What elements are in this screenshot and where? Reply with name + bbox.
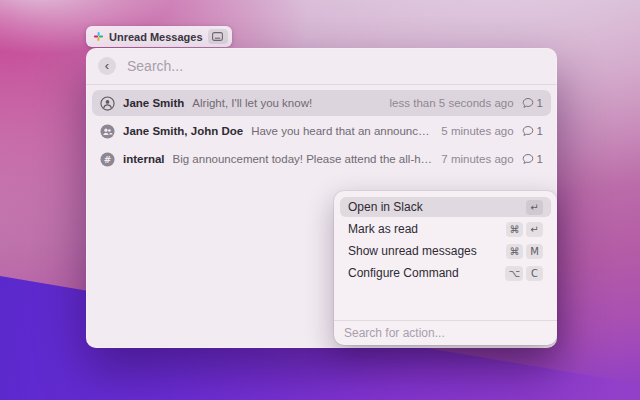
message-count-value: 1 <box>537 125 543 137</box>
menu-item-mark-as-read[interactable]: Mark as read ⌘ ↵ <box>340 219 551 239</box>
message-row[interactable]: # internal Big announcement today! Pleas… <box>92 146 551 172</box>
key-badge-cmd: ⌘ <box>506 222 523 237</box>
key-badge-c: C <box>526 266 543 281</box>
command-chip-label: Unread Messages <box>109 31 203 43</box>
message-preview: Alright, I'll let you know! <box>192 97 381 109</box>
message-time: 5 minutes ago <box>441 125 513 137</box>
message-sender: Jane Smith, John Doe <box>123 125 243 137</box>
menu-item-label: Open in Slack <box>348 200 526 214</box>
action-menu-items: Open in Slack ↵ Mark as read ⌘ ↵ Show un… <box>334 191 557 283</box>
chat-bubble-icon <box>522 153 534 165</box>
key-badge-cmd: ⌘ <box>506 244 523 259</box>
menu-item-configure-command[interactable]: Configure Command ⌥ C <box>340 263 551 283</box>
message-sender: Jane Smith <box>123 97 184 109</box>
key-badge-return: ↵ <box>526 200 543 215</box>
hashtag-circle-icon: # <box>100 152 115 167</box>
menu-item-open-in-slack[interactable]: Open in Slack ↵ <box>340 197 551 217</box>
slack-icon <box>93 31 104 42</box>
key-badge-m: M <box>526 244 543 259</box>
key-badge-option: ⌥ <box>505 266 523 281</box>
message-count: 1 <box>522 97 543 109</box>
back-button[interactable]: ‹ <box>98 57 116 75</box>
menu-item-label: Configure Command <box>348 266 505 280</box>
action-search-input[interactable] <box>344 326 547 340</box>
message-list: Jane Smith Alright, I'll let you know! l… <box>86 85 557 175</box>
message-time: 7 minutes ago <box>441 153 513 165</box>
message-preview: Have you heard that an announcement is c… <box>251 125 433 137</box>
message-count-value: 1 <box>537 97 543 109</box>
message-row[interactable]: Jane Smith Alright, I'll let you know! l… <box>92 90 551 116</box>
message-count: 1 <box>522 125 543 137</box>
message-count-value: 1 <box>537 153 543 165</box>
menu-item-label: Show unread messages <box>348 244 506 258</box>
action-menu: Open in Slack ↵ Mark as read ⌘ ↵ Show un… <box>334 191 557 345</box>
chat-bubble-icon <box>522 97 534 109</box>
search-bar: ‹ <box>86 48 557 85</box>
search-input[interactable] <box>127 58 545 74</box>
message-time: less than 5 seconds ago <box>390 97 514 109</box>
message-sender: internal <box>123 153 165 165</box>
menu-item-show-unread-messages[interactable]: Show unread messages ⌘ M <box>340 241 551 261</box>
chevron-left-icon: ‹ <box>105 59 109 72</box>
message-preview: Big announcement today! Please attend th… <box>173 153 434 165</box>
key-badge-return: ↵ <box>526 222 543 237</box>
message-count: 1 <box>522 153 543 165</box>
message-row[interactable]: Jane Smith, John Doe Have you heard that… <box>92 118 551 144</box>
chat-bubble-icon <box>522 125 534 137</box>
person-circle-icon <box>100 96 115 111</box>
menu-item-label: Mark as read <box>348 222 506 236</box>
svg-text:#: # <box>104 154 111 164</box>
people-circle-icon <box>100 124 115 139</box>
keyboard-icon <box>208 29 228 44</box>
command-chip[interactable]: Unread Messages <box>86 26 232 47</box>
